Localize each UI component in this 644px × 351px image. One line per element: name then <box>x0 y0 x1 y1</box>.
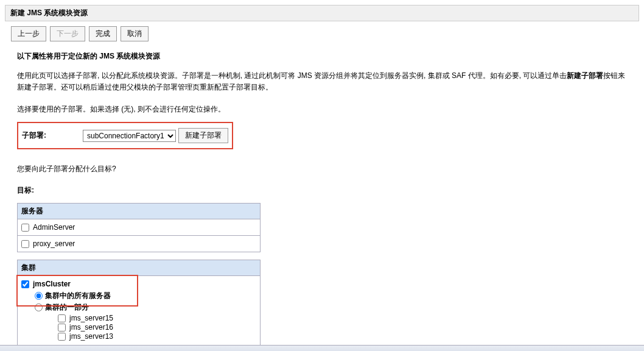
desc-bold: 新建子部署 <box>567 71 603 80</box>
radio-all-label: 集群中的所有服务器 <box>45 291 111 301</box>
server-checkbox[interactable] <box>21 240 29 248</box>
part-server-name: jms_server15 <box>69 314 113 322</box>
taskbar <box>0 345 644 351</box>
prev-button[interactable]: 上一步 <box>11 26 46 41</box>
servers-table: 服务器 AdminServer proxy_server <box>17 203 261 252</box>
wizard-buttons: 上一步 下一步 完成 取消 <box>0 21 644 46</box>
part-server-name: jms_server16 <box>69 323 113 332</box>
part-server-name: jms_server13 <box>69 332 113 341</box>
radio-all-servers[interactable] <box>35 292 43 300</box>
next-button: 下一步 <box>50 26 85 41</box>
description-text: 使用此页可以选择子部署, 以分配此系统模块资源。子部署是一种机制, 通过此机制可… <box>17 70 627 93</box>
desc-pre: 使用此页可以选择子部署, 以分配此系统模块资源。子部署是一种机制, 通过此机制可… <box>17 71 567 80</box>
part-server-checkbox[interactable] <box>58 333 66 341</box>
finish-button[interactable]: 完成 <box>89 26 117 41</box>
section-heading: 以下属性将用于定位新的 JMS 系统模块资源 <box>17 51 627 62</box>
part-server-checkbox[interactable] <box>58 314 66 322</box>
cluster-cell: jmsCluster 集群中的所有服务器 集群的一部分 jms_ser <box>18 276 261 346</box>
part-server-checkbox[interactable] <box>58 324 66 332</box>
targets-label: 目标: <box>17 185 627 196</box>
table-row: proxy_server <box>18 236 261 252</box>
servers-header: 服务器 <box>18 204 261 219</box>
table-row: AdminServer <box>18 219 261 236</box>
page-title: 新建 JMS 系统模块资源 <box>5 5 639 21</box>
server-item-adminserver[interactable]: AdminServer <box>21 223 256 232</box>
cluster-name: jmsCluster <box>33 280 71 288</box>
create-subdeployment-button[interactable]: 新建子部署 <box>178 128 228 143</box>
subdeployment-label: 子部署: <box>22 130 46 141</box>
cancel-button[interactable]: 取消 <box>121 26 149 41</box>
server-name: AdminServer <box>33 223 75 232</box>
subdeployment-select[interactable]: subConnectionFactory1 <box>83 130 176 142</box>
radio-part-cluster[interactable] <box>35 303 43 311</box>
assign-question: 您要向此子部署分配什么目标? <box>17 164 627 174</box>
cluster-checkbox[interactable] <box>21 280 29 288</box>
instruction-text: 选择要使用的子部署。如果选择 (无), 则不会进行任何定位操作。 <box>17 104 627 115</box>
clusters-table: 集群 jmsCluster 集群中的所有服务器 集群的一部分 <box>17 260 261 346</box>
clusters-header: 集群 <box>18 260 261 276</box>
server-checkbox[interactable] <box>21 224 29 232</box>
radio-part-label: 集群的一部分 <box>45 302 89 313</box>
server-item-proxy[interactable]: proxy_server <box>21 239 256 248</box>
server-name: proxy_server <box>33 239 75 248</box>
subdeployment-highlight: 子部署: subConnectionFactory1 新建子部署 <box>17 122 233 149</box>
